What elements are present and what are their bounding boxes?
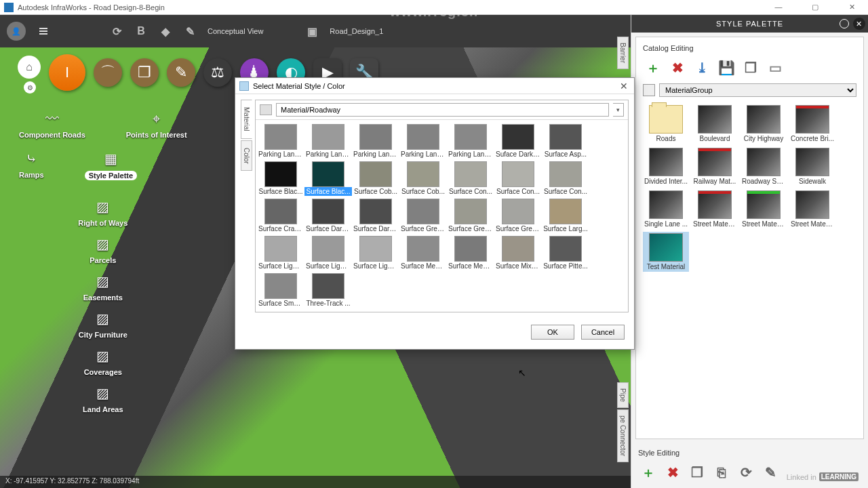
ribbon-road-icon[interactable]: ⌒ xyxy=(94,58,122,87)
settings-gear-icon[interactable]: ⚙ xyxy=(24,81,36,94)
material-item[interactable]: Surface Grey... xyxy=(447,197,494,235)
home-button[interactable]: ⌂ xyxy=(18,56,41,79)
material-item[interactable]: Surface Cob... xyxy=(399,160,447,197)
dialog-close-button[interactable]: ✕ xyxy=(618,80,630,92)
material-item[interactable]: Parking Lane... xyxy=(447,123,494,160)
material-item[interactable]: Surface Con... xyxy=(494,160,542,197)
tab-pipe[interactable]: Pipe xyxy=(617,382,629,408)
material-item[interactable]: Surface Smo... xyxy=(257,272,304,309)
style-item[interactable]: Roadway Su... xyxy=(741,146,787,186)
style-item[interactable]: Street Materi... xyxy=(789,189,835,229)
material-item[interactable]: Surface Grey... xyxy=(494,197,542,235)
edit-style-button[interactable]: ✎ xyxy=(762,464,779,481)
tool-component-roads[interactable]: 〰 Component Roads xyxy=(19,108,85,139)
path-dropdown-icon[interactable]: ▾ xyxy=(613,103,624,117)
ok-button[interactable]: OK xyxy=(531,325,574,340)
ribbon-copy-icon[interactable]: ❐ xyxy=(130,58,159,87)
paste-style-button[interactable]: ⎘ xyxy=(713,464,730,481)
material-item[interactable]: Surface Light... xyxy=(304,235,352,272)
delete-style-button[interactable]: ✖ xyxy=(664,464,682,481)
view-mode-dropdown[interactable]: Conceptual View xyxy=(208,27,263,35)
material-item[interactable]: Surface Con... xyxy=(447,160,494,197)
ribbon-edit-icon[interactable]: ✎ xyxy=(167,58,195,87)
tab-material[interactable]: Material xyxy=(241,100,252,139)
tab-pipe-connector[interactable]: pe Connector xyxy=(617,409,629,462)
minimize-button[interactable]: — xyxy=(766,3,791,12)
material-item[interactable]: Parking Lane... xyxy=(257,123,304,160)
material-item[interactable]: Surface Med ... xyxy=(399,235,447,272)
material-item[interactable]: Surface Blac... xyxy=(257,160,304,197)
material-path-input[interactable] xyxy=(276,103,609,117)
tool-right-of-ways[interactable]: ▨Right of Ways xyxy=(19,197,187,227)
tool-land-areas[interactable]: ▨Land Areas xyxy=(19,383,187,413)
material-item[interactable]: Surface Crac... xyxy=(257,197,304,235)
box-icon[interactable]: ◆ xyxy=(159,24,172,38)
pencil-icon[interactable]: ✎ xyxy=(183,24,197,38)
material-item[interactable]: Surface Light... xyxy=(257,235,304,272)
tab-barrier[interactable]: Barrier xyxy=(617,37,629,69)
folder-up-icon[interactable] xyxy=(260,104,272,115)
material-item[interactable]: Parking Lane... xyxy=(304,123,352,160)
style-item[interactable]: Divided Inter... xyxy=(643,146,689,186)
material-item[interactable]: Surface Dark... xyxy=(352,197,399,235)
bold-b-icon[interactable]: B xyxy=(134,24,148,38)
copy-style-button[interactable]: ❐ xyxy=(688,464,706,481)
style-item[interactable]: Test Material xyxy=(643,232,689,272)
style-item[interactable]: Sidewalk xyxy=(789,146,835,186)
tool-style-palette[interactable]: ▦ Style Palette xyxy=(85,148,137,180)
material-item[interactable]: Surface Grey... xyxy=(399,197,447,235)
material-item[interactable]: Surface Dark... xyxy=(304,197,352,235)
panel-close-icon[interactable]: ✕ xyxy=(853,18,865,30)
tool-parcels[interactable]: ▨Parcels xyxy=(19,234,187,264)
material-item[interactable]: Surface Con... xyxy=(542,160,589,197)
material-item[interactable]: Surface Med ... xyxy=(447,235,494,272)
material-item[interactable]: Surface Mixe... xyxy=(494,235,542,272)
material-item[interactable]: Parking Lane... xyxy=(352,123,399,160)
style-item[interactable]: Street Materi... xyxy=(741,189,787,229)
maximize-button[interactable]: ▢ xyxy=(803,3,827,12)
tab-color[interactable]: Color xyxy=(241,140,252,171)
copy-button[interactable]: ❐ xyxy=(742,59,760,77)
user-avatar-icon[interactable]: 👤 xyxy=(7,22,26,41)
tool-ramps[interactable]: ⤷ Ramps xyxy=(19,148,44,180)
add-button[interactable]: ＋ xyxy=(644,59,662,77)
menu-icon[interactable] xyxy=(39,30,47,32)
ribbon-balance-icon[interactable]: ⚖ xyxy=(203,58,232,87)
design-name-dropdown[interactable]: Road_Design_1 xyxy=(330,27,383,35)
pin-icon[interactable] xyxy=(840,19,849,28)
material-item[interactable]: Surface Larg... xyxy=(542,197,589,235)
material-item[interactable]: Surface Pitte... xyxy=(542,235,589,272)
style-item[interactable]: Boulevard xyxy=(692,104,738,144)
material-group-select[interactable]: MaterialGroup xyxy=(659,83,856,97)
view-button[interactable]: ▭ xyxy=(766,59,784,77)
style-item[interactable]: Concrete Bri... xyxy=(789,104,835,144)
tool-city-furniture[interactable]: ▨City Furniture xyxy=(19,308,187,339)
ribbon-home-icon[interactable]: I xyxy=(49,54,85,91)
import-button[interactable]: ⤓ xyxy=(693,59,711,77)
material-item[interactable]: Parking Lane... xyxy=(399,123,447,160)
tool-coverages[interactable]: ▨Coverages xyxy=(19,346,187,376)
ramps-icon: ⤷ xyxy=(21,148,41,169)
material-item[interactable]: Surface Cob... xyxy=(352,160,399,197)
style-item[interactable]: Railway Mat... xyxy=(692,146,738,186)
style-item[interactable]: Roads xyxy=(643,104,689,144)
style-item[interactable]: Street Materi... xyxy=(692,189,738,229)
refresh-style-button[interactable]: ⟳ xyxy=(737,464,755,481)
material-item[interactable]: Suface Dark ... xyxy=(494,123,542,160)
material-item[interactable]: Three-Track ... xyxy=(304,272,352,309)
add-style-button[interactable]: ＋ xyxy=(639,464,657,481)
sync-icon[interactable]: ⟳ xyxy=(110,24,123,38)
tool-points-of-interest[interactable]: ⌖ Points of Interest xyxy=(126,108,187,139)
cancel-button[interactable]: Cancel xyxy=(581,325,625,340)
design-icon[interactable]: ▣ xyxy=(305,24,319,38)
material-item[interactable]: Surface Asp... xyxy=(542,123,589,160)
material-item[interactable]: Surface Blac... xyxy=(304,160,352,197)
tool-easements[interactable]: ▨Easements xyxy=(19,271,187,302)
save-button[interactable]: 💾 xyxy=(717,59,735,77)
material-grid-scroll[interactable]: Parking Lane...Parking Lane...Parking La… xyxy=(256,120,628,312)
delete-button[interactable]: ✖ xyxy=(669,59,686,77)
material-item[interactable]: Surface Light... xyxy=(352,235,399,272)
close-button[interactable]: ✕ xyxy=(840,3,864,12)
style-item[interactable]: City Highway xyxy=(741,104,787,144)
style-item[interactable]: Single Lane ... xyxy=(643,189,689,229)
